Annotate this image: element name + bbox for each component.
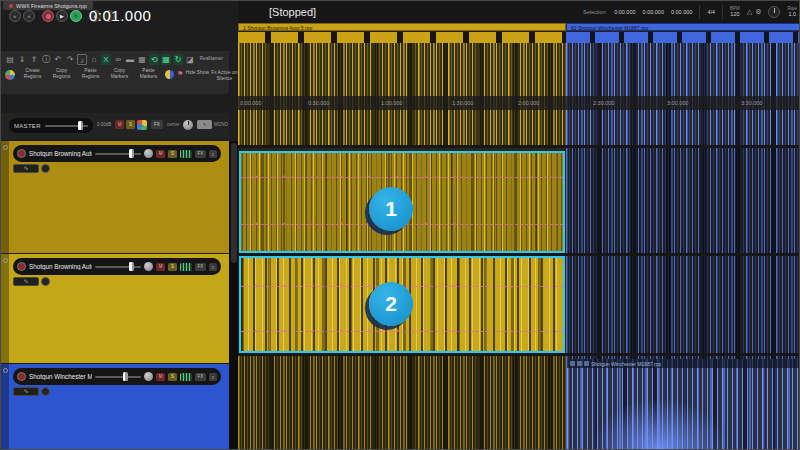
hide-show-button[interactable]: Hide Show xyxy=(185,70,209,76)
project-tab[interactable]: WWII Firearms Shotguns.rpp xyxy=(3,1,93,10)
track-1-meter-icon[interactable] xyxy=(180,150,192,158)
track-3-meter-icon[interactable] xyxy=(180,373,192,381)
zoom-handle-icon[interactable] xyxy=(3,368,8,373)
track-2-solo-button[interactable]: S xyxy=(168,263,177,271)
selection-length[interactable]: 0:00.000 xyxy=(671,9,692,15)
track-2-meter-icon[interactable] xyxy=(180,263,192,271)
item-winchester-header[interactable]: Shotgun Winchester M1887.rpp xyxy=(567,359,800,368)
track-2-pan-knob[interactable] xyxy=(144,262,153,271)
track-2-envelope-button[interactable]: ∿ xyxy=(13,277,39,286)
track-1-lane-winchester[interactable] xyxy=(566,147,800,253)
selection-start[interactable]: 0:00.000 xyxy=(614,9,635,15)
track-3-mute-button[interactable]: M xyxy=(156,373,165,381)
track-3-routing-button[interactable]: · xyxy=(41,387,50,396)
track-3-fx-button[interactable]: FX xyxy=(195,373,206,381)
bpm-display[interactable]: BPM 120 xyxy=(730,6,740,18)
item-notes-icon[interactable] xyxy=(584,361,589,366)
track-1-record-arm-button[interactable] xyxy=(17,149,26,158)
gear-icon[interactable]: ⚙ xyxy=(755,8,761,16)
track-2-header[interactable]: Shotgun Browning Auto 5 Renders M S FX ≡ xyxy=(13,258,221,275)
play-button[interactable]: ▶ xyxy=(56,10,68,22)
crossfade-toggle-icon[interactable]: X xyxy=(101,54,111,65)
metronome-toggle-icon[interactable]: ⌂ xyxy=(89,54,99,65)
item-group-bar-browning[interactable]: 1 Shotgun Browning Auto 5.rpp xyxy=(238,23,566,31)
rate-display[interactable]: Rate 1.0 xyxy=(787,6,797,18)
go-to-start-button[interactable]: « xyxy=(9,10,21,22)
envelope-icon[interactable]: ▬ xyxy=(125,54,135,65)
copy-regions-button[interactable]: Copy Regions xyxy=(47,68,76,79)
track-3-envelope-button[interactable]: ∿ xyxy=(13,387,39,396)
snap-grid-icon[interactable]: ▦ xyxy=(161,54,171,65)
track-3[interactable]: Shotgun Winchester M1887 Project M S FX … xyxy=(1,364,229,450)
reanamer-button[interactable]: ReaNamer xyxy=(200,56,223,61)
item-group-bar-winchester[interactable]: 62 Shotgun Winchester M1887.rpp xyxy=(566,23,800,31)
vertical-scrollbar[interactable] xyxy=(229,141,238,450)
track-2-lane-winchester[interactable] xyxy=(566,254,800,353)
playrate-knob[interactable] xyxy=(768,6,780,18)
time-signature[interactable]: 4/4 xyxy=(707,9,715,15)
item-headers-blue[interactable] xyxy=(566,32,800,43)
arrange-view[interactable]: 1 Shotgun Browning Auto 5.rpp 62 Shotgun… xyxy=(238,23,800,450)
grid-icon[interactable]: ▦ xyxy=(137,54,147,65)
bpm-value[interactable]: 120 xyxy=(730,11,739,18)
repeat-button[interactable]: ↻ xyxy=(70,10,82,22)
zoom-handle-icon[interactable] xyxy=(3,145,8,150)
paste-markers-button[interactable]: Paste Markers xyxy=(134,68,163,79)
track-2-mute-button[interactable]: M xyxy=(156,263,165,271)
track-1[interactable]: Shotgun Browning Auto 5 Project M S FX ≡… xyxy=(1,141,229,253)
master-fx-chain-icon[interactable] xyxy=(137,120,147,130)
master-mono-button[interactable]: MONO xyxy=(214,122,228,127)
save-project-icon[interactable]: ⇑ xyxy=(29,54,39,65)
ripple-edit-icon[interactable]: ↻ xyxy=(173,54,183,65)
stretch-marker-line[interactable]: ▾▾▾▾▾▾▾▾ xyxy=(241,177,563,178)
item-lock-icon[interactable] xyxy=(570,361,575,366)
track-1-routing-button[interactable]: · xyxy=(41,164,50,173)
redo-icon[interactable]: ↷ xyxy=(65,54,75,65)
track-3-volume-slider[interactable] xyxy=(95,376,141,378)
track-1-volume-slider[interactable] xyxy=(95,153,141,155)
item-fx-icon[interactable] xyxy=(577,361,582,366)
stretch-marker-line[interactable]: ▾▾▾▾▾▾▾▾ xyxy=(241,331,563,332)
track-1-pan-knob[interactable] xyxy=(144,149,153,158)
loop-infinity-icon[interactable]: ∞ xyxy=(113,54,123,65)
selection-end[interactable]: 0:00.000 xyxy=(643,9,664,15)
track-3-name[interactable]: Shotgun Winchester M1887 Project xyxy=(29,373,92,380)
track-1-header[interactable]: Shotgun Browning Auto 5 Project M S FX ≡ xyxy=(13,145,221,162)
track-2-volume-slider[interactable] xyxy=(95,266,141,268)
timeline-ruler[interactable]: 0:00.000 0:30.000 1:00.000 1:30.000 2:00… xyxy=(238,96,800,110)
flag-icon[interactable]: ⚑ xyxy=(177,68,183,79)
master-mute-button[interactable]: M xyxy=(115,120,124,129)
audio-items-browning-top[interactable] xyxy=(238,43,566,146)
lock-icon[interactable]: ◪ xyxy=(185,54,195,65)
metronome-icon[interactable]: △ xyxy=(747,8,752,16)
master-fx-button[interactable]: FX xyxy=(151,120,163,129)
record-button[interactable] xyxy=(42,10,54,22)
master-header[interactable]: MASTER xyxy=(9,118,93,133)
undo-icon[interactable]: ↶ xyxy=(53,54,63,65)
track-1-envelope-button[interactable]: ∿ xyxy=(13,164,39,173)
track-3-io-button[interactable]: ≡ xyxy=(209,373,217,381)
scrollbar-thumb[interactable] xyxy=(231,143,237,263)
track-2-record-arm-button[interactable] xyxy=(17,262,26,271)
track-2-fx-button[interactable]: FX xyxy=(195,263,206,271)
recycle-takes-icon[interactable]: ⟲ xyxy=(149,54,159,65)
track-1-name[interactable]: Shotgun Browning Auto 5 Project xyxy=(29,150,92,157)
track-3-record-arm-button[interactable] xyxy=(17,372,26,381)
track-3-lane-browning[interactable] xyxy=(238,356,566,450)
theme-toggle-icon[interactable] xyxy=(165,70,174,79)
track-2-io-button[interactable]: ≡ xyxy=(209,263,217,271)
transport-time-display[interactable]: 0:01.000 xyxy=(89,7,151,24)
master-pan-knob[interactable] xyxy=(183,120,193,130)
open-project-icon[interactable]: ⇓ xyxy=(17,54,27,65)
track-1-mute-button[interactable]: M xyxy=(156,150,165,158)
copy-markers-button[interactable]: Copy Markers xyxy=(105,68,134,79)
track-1-fx-button[interactable]: FX xyxy=(195,150,206,158)
track-3-solo-button[interactable]: S xyxy=(168,373,177,381)
region-color-icon[interactable] xyxy=(5,70,15,80)
create-regions-button[interactable]: Create Regions xyxy=(18,68,47,79)
fx-active-on-silence-button[interactable]: Fx Active on Silence xyxy=(209,70,239,81)
midi-editor-icon[interactable]: ♪ xyxy=(77,54,87,65)
track-1-io-button[interactable]: ≡ xyxy=(209,150,217,158)
item-headers-yellow[interactable] xyxy=(238,32,566,43)
project-settings-icon[interactable]: ⓘ xyxy=(41,54,51,65)
